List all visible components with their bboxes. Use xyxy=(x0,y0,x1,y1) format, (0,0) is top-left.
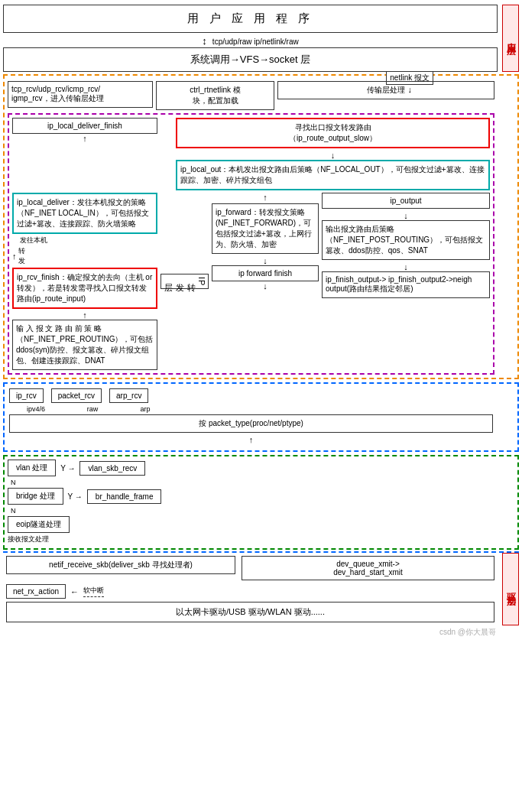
ip-local-deliver-finish-box: ip_local_deliver_finish xyxy=(12,118,157,134)
arp-rcv-box: arp_rcv xyxy=(109,388,148,403)
driver-layer-label: 驱动层 xyxy=(502,553,519,625)
ip-output-box: ip_output xyxy=(322,193,490,209)
pre-routing-box: 输 入 报 文 路 由 前 策 略（NF_INET_PRE_ROUTING），可… xyxy=(12,320,157,370)
transport-cols: tcp_rcv/udp_rcv/icmp_rcv/igmp_rcv，进入传输层处… xyxy=(8,81,494,113)
netif-receive-box: netif_receive_skb(deliver_skb 寻找处理者) xyxy=(6,556,235,574)
right-network-col: ip_output ↓ 输出报文路由后策略（NF_INET_POST_ROUTI… xyxy=(322,193,490,370)
network-layer-inner: ip_local_deliver_finish ↑ 寻找出口报文转发路由（ip_… xyxy=(8,113,494,375)
ip-forward-policy-box: ip_forward：转发报文策略(NF_INET_FORWARD)，可包括报文… xyxy=(212,203,319,254)
eoip-box: eoip隧道处理 xyxy=(8,516,70,533)
main-network-row: ip_local_deliver：发往本机报文的策略（NF_INET LOCAL… xyxy=(12,193,490,370)
ipv46-label: ipv4/6 xyxy=(9,405,63,413)
protocol-labels-row: ipv4/6 raw arp xyxy=(9,405,493,413)
ip-local-deliver-row: ip_local_deliver_finish ↑ 寻找出口报文转发路由（ip_… xyxy=(12,118,490,190)
vlan-skb-recv-box: vlan_skb_recv xyxy=(79,461,145,476)
packet-type-box: 按 packet_type(proc/net/ptype) xyxy=(9,414,493,433)
app-layer-section: 应用层 用 户 应 用 程 序 ↕ tcp/udp/raw ip/netlink… xyxy=(3,5,519,72)
raw-label: raw xyxy=(66,405,119,413)
transport-layer-section: 传输层 netlink 报文 ↓ tcp_rcv/udp_rcv/icmp_rc… xyxy=(3,74,519,379)
syscall-box: 系统调用→VFS→socket 层 xyxy=(3,47,498,72)
output-post-routing-box: 输出报文路由后策略（NF_INET_POST_ROUTING），可包括报文篡改、… xyxy=(322,220,490,260)
dev-queue-xmit-box: dev_queue_xmit-> dev_hard_start_xmit xyxy=(242,556,494,580)
ip-forward-label-col xyxy=(160,118,173,190)
right-routing-col: 寻找出口报文转发路由（ip_route_output_slow） ↓ ip_lo… xyxy=(176,118,490,190)
ip-forward-finish-box: ip forward finish xyxy=(212,265,319,281)
ip-rcv-finish-box: ip_rcv_finish：确定报文的去向（主机 or 转发），若是转发需寻找入… xyxy=(12,268,157,309)
driver-layer-section: 驱动层 netif_receive_skb(deliver_skb 寻找处理者)… xyxy=(3,551,519,625)
packet-rcv-box: packet_rcv xyxy=(51,388,102,403)
ctrl-rtnetlink-box: ctrl_rtnetlink 模块，配置加载 xyxy=(156,81,274,110)
br-handle-frame-box: br_handle_frame xyxy=(87,489,162,504)
ip-local-deliver-finish-col: ip_local_deliver_finish ↑ xyxy=(12,118,157,190)
ethernet-box: 以太网卡驱动/USB 驱动/WLAN 驱动...... xyxy=(6,602,494,622)
user-app-box: 用 户 应 用 程 序 xyxy=(3,5,498,33)
arp-label: arp xyxy=(122,405,168,413)
ip-local-out-box: ip_local_out：本机发出报文路由后策略（NF_LOCAL_OUT），可… xyxy=(176,160,490,190)
col-right: 传输层处理 xyxy=(277,81,494,113)
vlan-bridge-section: vlan 处理 Y → vlan_skb_recv N bridge 处理 Y … xyxy=(3,455,519,550)
col-mid: ctrl_rtnetlink 模块，配置加载 xyxy=(156,81,274,113)
soft-irq-label: 软中断 xyxy=(83,586,104,597)
ip-local-deliver-box: ip_local_deliver：发往本机报文的策略（NF_INET LOCAL… xyxy=(12,193,157,234)
watermark: csdn @你大晨哥 xyxy=(3,627,496,638)
col-left: tcp_rcv/udp_rcv/icmp_rcv/igmp_rcv，进入传输层处… xyxy=(8,81,153,113)
ip-finish-output-box: ip_finish_output-> ip_finish_output2->ne… xyxy=(322,271,490,298)
left-network-col: ip_local_deliver：发往本机报文的策略（NF_INET LOCAL… xyxy=(12,193,157,370)
net-rx-row: net_rx_action ← 软中断 xyxy=(6,584,494,599)
link-layer-section: 链路层 ip_rcv packet_rcv arp_rcv ipv4/6 raw… xyxy=(3,382,519,452)
rcv-row: ip_rcv packet_rcv arp_rcv xyxy=(9,388,493,403)
transport-handle-box: 传输层处理 xyxy=(277,81,494,99)
diagram-container: 应用层 用 户 应 用 程 序 ↕ tcp/udp/raw ip/netlink… xyxy=(0,0,522,642)
ip-forward-vertical-label: IP 转 发 层 xyxy=(160,193,209,370)
app-layer-label: 应用层 xyxy=(502,5,519,72)
bridge-process-box: bridge 处理 xyxy=(8,488,63,505)
net-rx-action-box: net_rx_action xyxy=(6,584,66,599)
tcp-rcv-box: tcp_rcv/udp_rcv/icmp_rcv/igmp_rcv，进入传输层处… xyxy=(8,81,153,108)
mid-network-col: ↑ ip_forward：转发报文策略(NF_INET_FORWARD)，可包括… xyxy=(212,193,319,370)
recv-note-label: 接收报文处理 xyxy=(8,534,494,544)
transport-protocol-label: tcp/udp/raw ip/netlink/raw xyxy=(212,37,299,46)
vlan-row: vlan 处理 Y → vlan_skb_recv xyxy=(8,460,494,476)
protocol-arrow: ↕ tcp/udp/raw ip/netlink/raw xyxy=(3,35,498,47)
forward-note-label: 发往本机 xyxy=(20,235,157,245)
vlan-process-box: vlan 处理 xyxy=(8,460,56,476)
find-output-route-box: 寻找出口报文转发路由（ip_route_output_slow） xyxy=(176,118,490,148)
ip-forward-layer-text: IP 转 发 层 xyxy=(160,274,209,289)
driver-top-row: netif_receive_skb(deliver_skb 寻找处理者) dev… xyxy=(6,556,494,582)
bridge-row: bridge 处理 Y → br_handle_frame xyxy=(8,488,494,505)
ip-rcv-box: ip_rcv xyxy=(9,388,44,403)
